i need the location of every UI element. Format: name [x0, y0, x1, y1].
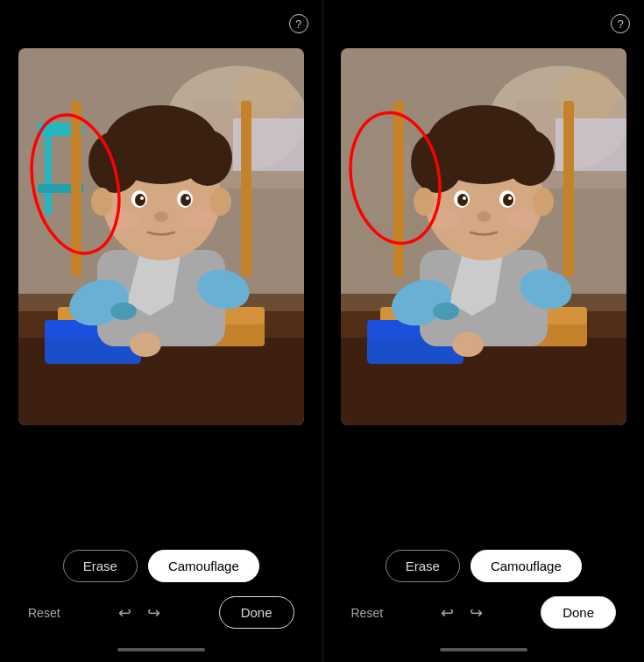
erase-button-right[interactable]: Erase: [386, 550, 460, 582]
svg-point-74: [414, 188, 435, 216]
svg-rect-10: [241, 101, 251, 276]
camouflage-button-right[interactable]: Camouflage: [471, 550, 582, 582]
bottom-indicator-right: [440, 648, 527, 651]
redo-button-right[interactable]: ↪: [470, 603, 483, 623]
help-icon-left[interactable]: ?: [289, 14, 308, 33]
bottom-controls-left: Erase Camouflage Reset ↩ ↪ Done: [0, 539, 322, 662]
svg-point-75: [533, 188, 554, 216]
svg-point-64: [506, 130, 555, 186]
svg-point-32: [186, 196, 189, 200]
photo-wrapper-right: [341, 48, 626, 425]
photo-container-right: [323, 0, 645, 539]
svg-point-37: [210, 188, 231, 216]
svg-point-26: [183, 130, 232, 186]
undo-button-left[interactable]: ↩: [118, 603, 131, 623]
right-panel: ?: [322, 0, 645, 662]
svg-point-33: [154, 211, 168, 222]
svg-point-36: [91, 188, 112, 216]
done-button-left[interactable]: Done: [219, 596, 294, 629]
nav-icons-left: ↩ ↪: [118, 603, 160, 623]
bottom-indicator-left: [117, 648, 205, 651]
action-buttons-right: Erase Camouflage: [386, 550, 582, 582]
nav-icons-right: ↩ ↪: [441, 603, 483, 623]
redo-button-left[interactable]: ↪: [147, 603, 160, 623]
bottom-controls-right: Erase Camouflage Reset ↩ ↪ Done: [323, 539, 645, 662]
svg-rect-47: [393, 101, 404, 276]
svg-point-31: [180, 194, 191, 206]
footer-bar-right: Reset ↩ ↪ Done: [337, 591, 631, 639]
svg-rect-6: [45, 136, 52, 215]
footer-bar-left: Reset ↩ ↪ Done: [14, 591, 308, 639]
undo-button-right[interactable]: ↩: [441, 603, 454, 623]
svg-point-66: [457, 194, 468, 206]
svg-point-59: [433, 303, 459, 320]
photo-left: [18, 48, 304, 425]
svg-point-25: [88, 132, 141, 193]
svg-point-69: [503, 194, 513, 206]
erase-button-left[interactable]: Erase: [63, 550, 138, 582]
photo-container-left: [0, 0, 322, 539]
camouflage-button-left[interactable]: Camouflage: [148, 550, 259, 582]
done-button-right[interactable]: Done: [541, 596, 616, 629]
action-buttons-left: Erase Camouflage: [63, 550, 259, 582]
svg-point-46: [352, 118, 414, 224]
left-panel: ?: [0, 0, 322, 662]
svg-point-35: [183, 209, 215, 230]
reset-button-left[interactable]: Reset: [28, 606, 60, 620]
svg-point-76: [452, 332, 484, 357]
svg-point-38: [130, 332, 161, 357]
svg-point-71: [477, 211, 491, 222]
svg-point-29: [140, 196, 144, 200]
photo-wrapper-left: [18, 48, 304, 425]
photo-right: [341, 48, 626, 425]
reset-button-right[interactable]: Reset: [351, 606, 384, 620]
help-icon-right[interactable]: ?: [611, 14, 630, 33]
svg-point-70: [508, 196, 512, 200]
svg-point-34: [108, 209, 139, 230]
svg-point-28: [135, 194, 145, 206]
svg-point-21: [110, 303, 137, 320]
svg-point-73: [506, 209, 537, 230]
svg-point-67: [463, 196, 466, 200]
svg-rect-48: [563, 101, 574, 276]
